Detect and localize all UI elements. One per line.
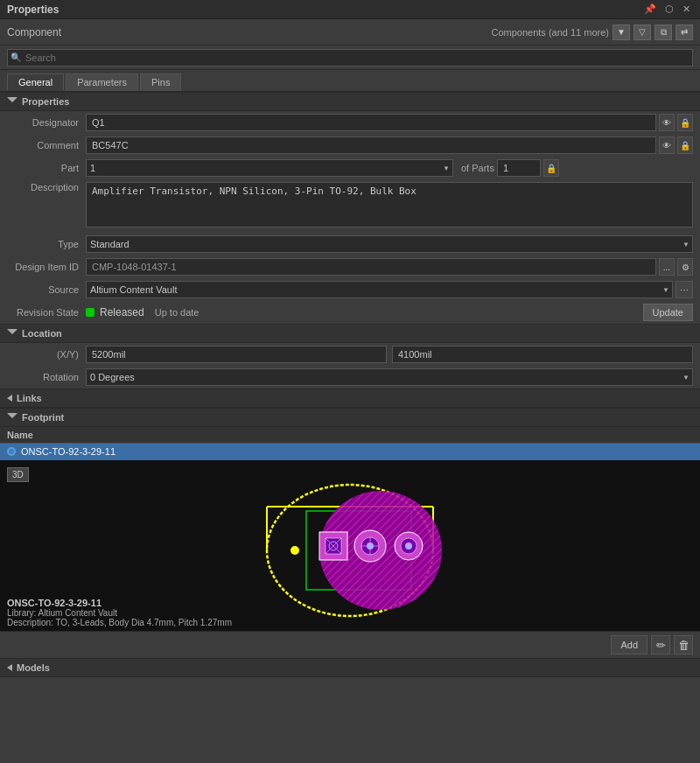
- comment-lock-btn[interactable]: 🔒: [677, 136, 693, 154]
- revision-state-control: Released Up to date Update: [86, 304, 693, 321]
- search-input[interactable]: [7, 49, 693, 66]
- btn-3d[interactable]: 3D: [7, 467, 29, 482]
- source-select[interactable]: Altium Content Vault: [86, 281, 673, 298]
- part-row: Part 1 ▼ of Parts 🔒: [0, 157, 700, 179]
- type-select[interactable]: Standard: [86, 235, 693, 253]
- tab-parameters[interactable]: Parameters: [66, 74, 138, 91]
- panel-header: Component Components (and 11 more) ▼ ▽ ⧉…: [0, 19, 700, 46]
- type-label: Type: [7, 239, 86, 249]
- description-row: Description Amplifier Transistor, NPN Si…: [0, 179, 700, 233]
- of-parts-input[interactable]: [497, 159, 541, 177]
- fp-row-cell: ONSC-TO-92-3-29-11: [0, 444, 700, 461]
- location-section-title: Location: [22, 328, 62, 339]
- part-select[interactable]: 1: [86, 159, 453, 177]
- source-control: Altium Content Vault ▼ ⋯: [86, 281, 693, 298]
- footprint-info-name: ONSC-TO-92-3-29-11: [7, 598, 232, 608]
- source-dots-btn[interactable]: ⋯: [676, 281, 693, 298]
- footprint-section-header[interactable]: Footprint: [0, 408, 700, 427]
- type-control: Standard ▼: [86, 235, 693, 253]
- models-triangle-icon: [7, 664, 12, 671]
- fp-delete-btn[interactable]: 🗑: [674, 635, 693, 654]
- footprint-actions: Add ✏ 🗑: [0, 631, 700, 658]
- designator-lock-btn[interactable]: 🔒: [677, 114, 693, 131]
- rotation-select[interactable]: 0 Degrees 90 Degrees 180 Degrees 270 Deg…: [86, 368, 693, 386]
- switch-btn[interactable]: ⇄: [676, 24, 693, 40]
- fp-edit-btn[interactable]: ✏: [651, 635, 670, 654]
- design-item-id-input[interactable]: [86, 258, 656, 276]
- fp-add-btn[interactable]: Add: [611, 635, 648, 654]
- xy-label: (X/Y): [7, 349, 86, 360]
- comment-eye-btn[interactable]: 👁: [659, 136, 675, 154]
- location-section-header[interactable]: Location: [0, 324, 700, 343]
- copy-btn[interactable]: ⧉: [654, 24, 672, 40]
- footprint-info-description: Description: TO, 3-Leads, Body Dia 4.7mm…: [7, 618, 232, 627]
- update-btn[interactable]: Update: [643, 304, 693, 321]
- footprint-triangle-icon: [7, 413, 18, 422]
- fp-table-header: Name: [0, 427, 700, 444]
- titlebar-pin-btn[interactable]: 📌: [641, 4, 659, 15]
- description-label: Description: [7, 182, 86, 192]
- links-section-header[interactable]: Links: [0, 388, 700, 408]
- tabs-bar: General Parameters Pins: [0, 70, 700, 92]
- revision-state-label: Revision State: [7, 307, 86, 318]
- design-item-id-dots-btn[interactable]: ...: [659, 258, 675, 276]
- up-to-date-text: Up to date: [155, 307, 200, 318]
- x-input[interactable]: [86, 346, 387, 363]
- tab-pins[interactable]: Pins: [140, 74, 181, 91]
- search-wrapper: [7, 49, 693, 66]
- titlebar-close-btn[interactable]: ✕: [680, 4, 693, 15]
- design-item-id-settings-btn[interactable]: ⚙: [677, 258, 693, 276]
- properties-panel: Properties 📌 ⬡ ✕ Component Components (a…: [0, 0, 700, 763]
- titlebar-controls: 📌 ⬡ ✕: [641, 4, 693, 15]
- of-parts-label: of Parts: [461, 163, 494, 173]
- footprint-table: Name ONSC-TO-92-3-29-11: [0, 427, 700, 460]
- design-item-id-control: ... ⚙: [86, 258, 693, 276]
- type-row: Type Standard ▼: [0, 233, 700, 256]
- comment-label: Comment: [7, 140, 86, 150]
- part-label: Part: [7, 163, 86, 173]
- svg-point-20: [405, 542, 412, 550]
- revision-status-dot: [86, 308, 94, 317]
- source-label: Source: [7, 284, 86, 295]
- search-bar: [0, 46, 700, 70]
- fp-radio-icon: [7, 447, 16, 456]
- properties-section-header[interactable]: Properties: [0, 92, 700, 111]
- comment-control: 👁 🔒: [86, 136, 693, 154]
- links-section-title: Links: [17, 393, 42, 403]
- component-label: Component: [7, 26, 61, 38]
- panel-titlebar: Properties 📌 ⬡ ✕: [0, 0, 700, 19]
- y-input[interactable]: [392, 346, 693, 363]
- designator-eye-btn[interactable]: 👁: [659, 114, 675, 131]
- xy-inputs: [86, 346, 693, 363]
- titlebar-float-btn[interactable]: ⬡: [662, 4, 676, 15]
- rotation-control: 0 Degrees 90 Degrees 180 Degrees 270 Deg…: [86, 368, 693, 386]
- comment-row: Comment 👁 🔒: [0, 134, 700, 157]
- footprint-preview: 3D ONSC-TO-92-3-29-11 Library: Altium Co…: [0, 460, 700, 631]
- source-row: Source Altium Content Vault ▼ ⋯: [0, 278, 700, 301]
- fp-row-value: ONSC-TO-92-3-29-11: [21, 446, 116, 457]
- revision-status-text: Released: [100, 306, 144, 318]
- designator-row: Designator 👁 🔒: [0, 111, 700, 134]
- svg-point-17: [367, 542, 374, 550]
- fp-table-row[interactable]: ONSC-TO-92-3-29-11: [0, 444, 700, 461]
- footprint-info: ONSC-TO-92-3-29-11 Library: Altium Conte…: [7, 598, 232, 627]
- designator-input[interactable]: [86, 114, 656, 131]
- designator-label: Designator: [7, 117, 86, 128]
- models-section-title: Models: [17, 662, 50, 673]
- properties-triangle-icon: [7, 97, 18, 106]
- description-textarea[interactable]: Amplifier Transistor, NPN Silicon, 3-Pin…: [86, 182, 693, 228]
- tab-general[interactable]: General: [7, 74, 64, 91]
- footprint-svg: [241, 467, 459, 625]
- location-triangle-icon: [7, 329, 18, 338]
- filter-btn[interactable]: ▼: [612, 24, 630, 40]
- filter2-btn[interactable]: ▽: [634, 24, 651, 40]
- xy-row: (X/Y): [0, 343, 700, 366]
- svg-point-21: [290, 546, 299, 555]
- description-control: Amplifier Transistor, NPN Silicon, 3-Pin…: [86, 182, 693, 230]
- designator-control: 👁 🔒: [86, 114, 693, 131]
- footprint-info-library: Library: Altium Content Vault: [7, 608, 232, 618]
- models-section-header[interactable]: Models: [0, 658, 700, 677]
- comment-input[interactable]: [86, 136, 656, 154]
- design-item-id-label: Design Item ID: [7, 262, 86, 272]
- of-parts-lock-btn[interactable]: 🔒: [543, 159, 559, 177]
